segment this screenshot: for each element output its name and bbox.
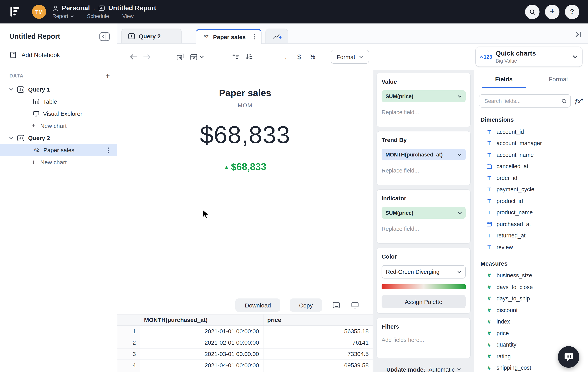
menu-view[interactable]: View bbox=[122, 13, 134, 19]
color-label: Color bbox=[382, 253, 466, 260]
chart-canvas: Paper sales MOM $68,833 ▲ $68,833 Downlo… bbox=[117, 70, 373, 372]
download-button[interactable]: Download bbox=[236, 298, 280, 312]
update-mode-select[interactable]: Automatic bbox=[429, 366, 461, 372]
value-label: Value bbox=[382, 78, 466, 85]
text-field-icon: T bbox=[486, 198, 492, 204]
duplicate-field-button[interactable] bbox=[174, 50, 187, 63]
calendar-remove-button[interactable] bbox=[187, 50, 206, 63]
field-item[interactable]: #days_to_ship bbox=[474, 293, 588, 304]
sidebar-report-title: Untitled Report bbox=[9, 32, 60, 41]
triangle-up-icon: ▲ bbox=[224, 164, 229, 170]
replace-field-placeholder[interactable]: Replace field... bbox=[382, 109, 466, 115]
field-item[interactable]: Taccount_id bbox=[474, 126, 588, 138]
comma-format-button[interactable]: , bbox=[279, 50, 293, 63]
chat-launcher-button[interactable] bbox=[558, 346, 579, 368]
trend-by-field-chip[interactable]: MONTH(purchased_at) bbox=[382, 149, 466, 160]
results-table: MONTH(purchased_at) price 12021-01-01 00… bbox=[117, 314, 373, 372]
copy-button[interactable]: Copy bbox=[290, 298, 322, 312]
field-item[interactable]: Taccount_manager bbox=[474, 138, 588, 149]
text-field-icon: T bbox=[486, 233, 492, 239]
duplicate-icon bbox=[176, 53, 184, 60]
month-cell: 2021-05-01 00:00:00 bbox=[140, 371, 263, 372]
menu-schedule[interactable]: Schedule bbox=[87, 13, 109, 19]
new-chart-tab-button[interactable] bbox=[266, 29, 288, 43]
field-item[interactable]: purchased_at bbox=[474, 218, 588, 230]
field-item[interactable]: #index bbox=[474, 316, 588, 327]
new-chart-button-query-1[interactable]: + New chart bbox=[0, 120, 117, 132]
field-item[interactable]: cancelled_at bbox=[474, 160, 588, 172]
field-item[interactable]: #discount bbox=[474, 304, 588, 316]
add-button[interactable]: + bbox=[545, 4, 559, 19]
sidebar-item-query-1[interactable]: Query 1 bbox=[0, 83, 117, 96]
price-column-header[interactable]: price bbox=[263, 315, 373, 325]
row-number: 5 bbox=[117, 371, 140, 372]
sidebar-item-paper-sales[interactable]: ^2 Paper sales ⋮ bbox=[0, 144, 117, 156]
sidebar-item-query-2[interactable]: Query 2 bbox=[0, 132, 117, 144]
sidebar-item-visual-explorer[interactable]: Visual Explorer bbox=[0, 107, 117, 120]
sidebar-item-table[interactable]: Table bbox=[0, 96, 117, 107]
collapse-results-button[interactable] bbox=[332, 300, 341, 310]
field-label: account_id bbox=[496, 129, 524, 135]
number-field-icon: # bbox=[486, 365, 492, 371]
chevron-down-icon bbox=[200, 55, 203, 58]
quick-charts-dropdown[interactable]: 123 Quick charts Big Value bbox=[475, 47, 583, 67]
value-field-chip[interactable]: SUM(price) bbox=[382, 90, 466, 102]
breadcrumb-workspace[interactable]: Personal bbox=[62, 4, 90, 12]
field-item[interactable]: Torder_id bbox=[474, 172, 588, 184]
breadcrumb-report-title[interactable]: Untitled Report bbox=[108, 4, 156, 12]
tab-format[interactable]: Format bbox=[531, 70, 586, 88]
field-item[interactable]: #days_to_close bbox=[474, 281, 588, 293]
field-item[interactable]: Tproduct_name bbox=[474, 207, 588, 218]
price-cell: 56355.18 bbox=[263, 325, 373, 337]
tab-query-2[interactable]: Query 2 bbox=[121, 29, 182, 43]
field-label: purchased_at bbox=[496, 221, 531, 227]
chevron-down-icon bbox=[457, 270, 461, 273]
tab-paper-sales[interactable]: ^2 Paper sales ⋮ bbox=[196, 29, 262, 44]
add-formula-icon[interactable]: ƒx+ bbox=[575, 97, 583, 105]
tab-menu-icon[interactable]: ⋮ bbox=[252, 33, 257, 40]
field-item[interactable]: Tproduct_id bbox=[474, 195, 588, 207]
collapse-sidebar-icon[interactable] bbox=[99, 32, 110, 41]
assign-palette-button[interactable]: Assign Palette bbox=[382, 295, 466, 308]
help-button[interactable]: ? bbox=[565, 4, 579, 19]
add-fields-placeholder[interactable]: Add fields here... bbox=[382, 337, 466, 343]
add-data-button[interactable]: + bbox=[105, 72, 110, 79]
month-column-header[interactable]: MONTH(purchased_at) bbox=[140, 315, 263, 325]
field-item[interactable]: Treview bbox=[474, 241, 588, 253]
field-item[interactable]: Taccount_name bbox=[474, 149, 588, 160]
quick-charts-title: Quick charts bbox=[495, 50, 536, 57]
search-button[interactable] bbox=[525, 4, 539, 19]
text-field-icon: T bbox=[486, 210, 492, 216]
tab-strip: Query 2 ^2 Paper sales ⋮ bbox=[117, 23, 588, 44]
field-item[interactable]: #price bbox=[474, 327, 588, 339]
item-menu-icon[interactable]: ⋮ bbox=[105, 146, 111, 154]
sort-descending-button[interactable] bbox=[242, 50, 256, 63]
fullscreen-button[interactable] bbox=[350, 300, 360, 310]
price-cell: 73304.5 bbox=[263, 348, 373, 360]
currency-format-button[interactable]: $ bbox=[293, 50, 306, 63]
add-notebook-button[interactable]: Add Notebook bbox=[0, 43, 117, 60]
app-logo-icon[interactable] bbox=[8, 5, 22, 19]
replace-field-placeholder[interactable]: Replace field... bbox=[382, 167, 466, 174]
search-fields-box[interactable] bbox=[479, 94, 571, 107]
replace-field-placeholder[interactable]: Replace field... bbox=[382, 226, 466, 232]
format-dropdown[interactable]: Format bbox=[331, 50, 369, 64]
redo-button[interactable] bbox=[140, 50, 153, 63]
sort-ascending-button[interactable] bbox=[229, 50, 242, 63]
undo-button[interactable] bbox=[127, 50, 140, 63]
toggle-right-panel-icon[interactable] bbox=[575, 31, 582, 38]
field-item[interactable]: Treturned_at bbox=[474, 230, 588, 241]
chevron-down-icon bbox=[9, 88, 13, 91]
field-item[interactable]: Tpayment_cycle bbox=[474, 184, 588, 195]
number-field-icon: # bbox=[486, 319, 492, 325]
number-field-icon: # bbox=[486, 330, 492, 336]
menu-report[interactable]: Report bbox=[52, 13, 74, 19]
field-item[interactable]: #business_size bbox=[474, 270, 588, 281]
avatar[interactable]: TM bbox=[32, 5, 46, 19]
search-fields-input[interactable] bbox=[484, 97, 561, 105]
tab-fields[interactable]: Fields bbox=[477, 70, 531, 88]
percent-format-button[interactable]: % bbox=[306, 50, 319, 63]
new-chart-button-query-2[interactable]: + New chart bbox=[0, 156, 117, 168]
palette-select[interactable]: Red-Green Diverging bbox=[382, 265, 466, 278]
indicator-field-chip[interactable]: SUM(price) bbox=[382, 207, 466, 219]
